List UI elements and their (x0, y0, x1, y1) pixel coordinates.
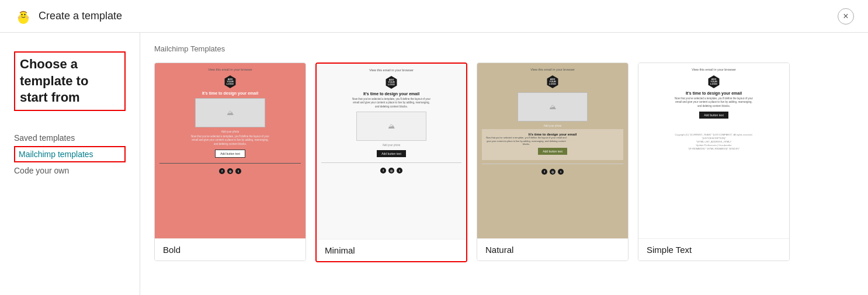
natural-divider (482, 164, 623, 164)
header: Create a template × (0, 0, 868, 33)
bold-body: Now that you've selected a template, you… (189, 135, 271, 146)
minimal-facebook-icon: f (380, 168, 386, 173)
svg-point-5 (26, 16, 29, 19)
simple-logo-hex: ADDYOURLOGO (707, 75, 720, 88)
sidebar-item-code[interactable]: Code your own (14, 162, 126, 179)
natural-body: Now that you've selected a template, you… (485, 136, 567, 146)
template-card-simple-text[interactable]: View this email in your browser ADDYOURL… (638, 63, 790, 261)
simple-browser-bar: View this email in your browser (692, 68, 736, 71)
natural-facebook-icon: f (541, 169, 547, 175)
template-name-simple-text: Simple Text (638, 238, 789, 261)
bold-social: f ◎ t (219, 168, 241, 174)
natural-logo-text: ADDYOURLOGO (549, 78, 556, 85)
template-preview-simple: View this email in your browser ADDYOURL… (638, 63, 789, 238)
minimal-heading: It's time to design your email (363, 92, 419, 96)
template-card-natural[interactable]: View this email in your browser ADDYOURL… (477, 63, 629, 261)
natural-instagram-icon: ◎ (550, 169, 555, 175)
natural-content-box: It's time to design your email Now that … (482, 129, 623, 160)
simple-btn: Add button text (699, 112, 728, 119)
bold-facebook-icon: f (219, 168, 225, 174)
sidebar: Choose a template to start from Saved te… (0, 33, 140, 295)
bold-heading: It's time to design your email (202, 91, 258, 95)
bold-divider (159, 163, 301, 164)
bold-logo-text: ADDYOURLOGO (227, 78, 234, 85)
minimal-social: f ◎ t (380, 168, 402, 173)
minimal-photo-icon: ⛰ (388, 122, 395, 130)
sidebar-heading: Choose a template to start from (14, 51, 126, 111)
templates-grid: View this email in your browser ADDYOURL… (154, 63, 854, 262)
template-name-bold: Bold (155, 238, 305, 261)
template-card-bold[interactable]: View this email in your browser ADDYOURL… (154, 63, 306, 261)
content-area: Mailchimp Templates View this email in y… (140, 33, 868, 295)
bold-photo-icon: ⛰ (227, 109, 234, 117)
mailchimp-logo-icon (14, 7, 33, 26)
bold-browser-bar: View this email in your browser (208, 68, 252, 71)
minimal-photo-box: ⛰ (356, 112, 426, 141)
close-button[interactable]: × (838, 8, 854, 25)
template-name-minimal: Minimal (317, 239, 466, 261)
template-preview-bold: View this email in your browser ADDYOURL… (155, 63, 305, 238)
simple-body: Now that you've selected a template, you… (673, 97, 755, 108)
template-preview-natural: View this email in your browser ADDYOURL… (477, 63, 628, 238)
minimal-instagram-icon: ◎ (388, 168, 394, 173)
svg-point-3 (24, 13, 25, 15)
natural-photo-label: Add your photo (544, 124, 562, 127)
natural-twitter-icon: t (558, 169, 564, 175)
svg-point-2 (21, 13, 22, 15)
sidebar-nav: Saved templates Mailchimp templates Code… (14, 130, 126, 179)
bold-logo-hex: ADDYOURLOGO (224, 75, 237, 88)
sidebar-item-mailchimp[interactable]: Mailchimp templates (14, 146, 126, 162)
minimal-twitter-icon: t (397, 168, 402, 173)
minimal-body: Now that you've selected a template, you… (350, 98, 432, 109)
main-layout: Choose a template to start from Saved te… (0, 33, 868, 295)
minimal-btn: Add button text (377, 150, 406, 157)
bold-btn: Add button text (215, 150, 245, 158)
header-left: Create a template (14, 7, 122, 26)
template-card-minimal[interactable]: View this email in your browser ADDYOURL… (315, 63, 467, 262)
natural-photo-box: ⛰ (518, 92, 588, 122)
natural-logo-hex: ADDYOURLOGO (546, 75, 559, 88)
page-title: Create a template (39, 10, 122, 22)
natural-btn: Add button text (538, 148, 567, 155)
natural-photo-icon: ⛰ (549, 103, 556, 111)
simple-footer-text: Copyright (C) *|CURRENT_YEAR|* *|LIST:CO… (675, 133, 752, 151)
template-name-natural: Natural (477, 238, 628, 261)
simple-logo-text: ADDYOURLOGO (710, 78, 717, 85)
minimal-browser-bar: View this email in your browser (369, 68, 414, 72)
bold-photo-box: ⛰ (195, 98, 265, 127)
minimal-logo-text: ADDYOURLOGO (388, 79, 395, 86)
bold-twitter-icon: t (235, 168, 241, 174)
simple-heading: It's time to design your email (686, 91, 742, 95)
bold-instagram-icon: ◎ (227, 168, 233, 174)
natural-social: f ◎ t (541, 169, 564, 175)
template-preview-minimal: View this email in your browser ADDYOURL… (317, 64, 466, 239)
bold-photo-label: Add your photo (221, 130, 239, 133)
natural-browser-bar: View this email in your browser (530, 68, 575, 71)
minimal-logo-hex: ADDYOURLOGO (385, 76, 398, 89)
minimal-photo-label: Add your photo (383, 144, 401, 147)
minimal-divider (321, 162, 461, 163)
svg-point-4 (18, 16, 21, 19)
sidebar-item-saved[interactable]: Saved templates (14, 130, 126, 146)
section-label: Mailchimp Templates (154, 44, 854, 53)
